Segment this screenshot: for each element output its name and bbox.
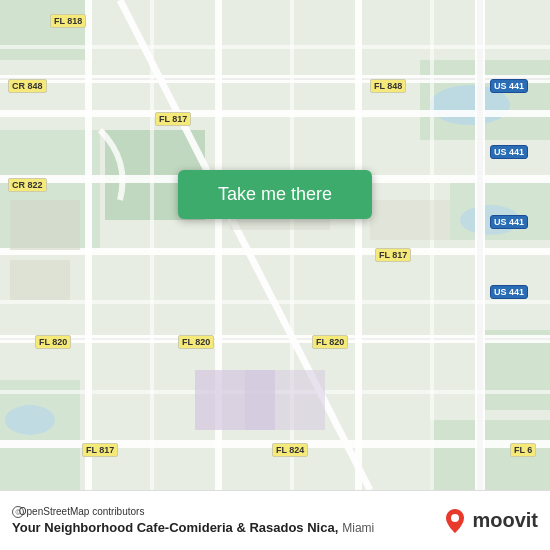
svg-rect-27 — [0, 300, 550, 304]
road-label: CR 848 — [8, 79, 47, 93]
road-label: US 441 — [490, 79, 528, 93]
take-me-there-button[interactable]: Take me there — [178, 170, 372, 219]
svg-rect-14 — [0, 110, 550, 117]
moovit-logo: moovit — [444, 507, 538, 535]
svg-rect-35 — [10, 260, 70, 300]
road-label: FL 818 — [50, 14, 86, 28]
road-label: FL 820 — [178, 335, 214, 349]
moovit-brand-text: moovit — [472, 509, 538, 532]
road-label: FL 817 — [375, 248, 411, 262]
road-label: FL 824 — [272, 443, 308, 457]
svg-rect-33 — [245, 370, 325, 430]
road-label: FL 820 — [35, 335, 71, 349]
road-label: FL 848 — [370, 79, 406, 93]
road-label: US 441 — [490, 215, 528, 229]
svg-rect-24 — [477, 0, 483, 490]
road-label: FL 6 — [510, 443, 536, 457]
svg-rect-22 — [355, 0, 362, 490]
place-city: Miami — [342, 521, 374, 535]
svg-rect-29 — [150, 0, 154, 490]
road-label: CR 822 — [8, 178, 47, 192]
road-label: FL 820 — [312, 335, 348, 349]
moovit-pin-icon — [444, 507, 466, 535]
svg-rect-31 — [430, 0, 434, 490]
map-view: FL 818CR 848FL 848US 441FL 817US 441CR 8… — [0, 0, 550, 490]
road-label: US 441 — [490, 145, 528, 159]
road-label: FL 817 — [82, 443, 118, 457]
svg-point-11 — [5, 405, 55, 435]
place-name: Your Neighborhood Cafe-Comideria & Rasad… — [12, 520, 338, 535]
svg-rect-34 — [10, 200, 80, 250]
svg-rect-16 — [0, 248, 550, 255]
svg-rect-26 — [0, 45, 550, 49]
svg-rect-1 — [0, 0, 90, 60]
svg-point-38 — [451, 514, 459, 522]
bottom-info-bar: © OpenStreetMap contributors Your Neighb… — [0, 490, 550, 550]
svg-rect-7 — [0, 380, 80, 490]
attribution-text: OpenStreetMap contributors — [19, 506, 145, 517]
road-label: US 441 — [490, 285, 528, 299]
svg-rect-13 — [0, 78, 550, 80]
svg-rect-18 — [0, 338, 550, 340]
map-attribution: © OpenStreetMap contributors — [12, 506, 444, 518]
place-info: © OpenStreetMap contributors Your Neighb… — [12, 506, 444, 535]
svg-rect-37 — [370, 200, 450, 240]
svg-rect-20 — [85, 0, 92, 490]
road-label: FL 817 — [155, 112, 191, 126]
